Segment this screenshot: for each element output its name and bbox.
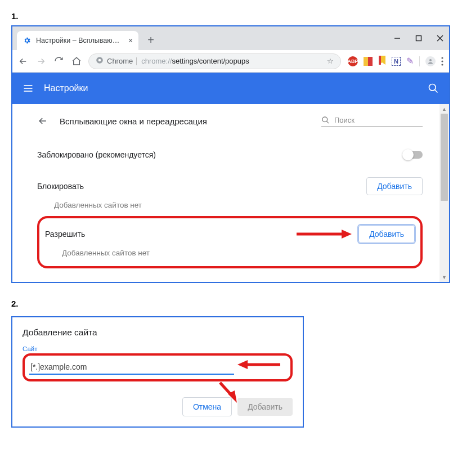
svg-marker-19 xyxy=(342,230,352,239)
home-icon[interactable] xyxy=(71,56,82,66)
scroll-up-icon[interactable]: ▲ xyxy=(439,104,449,114)
svg-line-15 xyxy=(435,90,438,93)
scroll-thumb[interactable] xyxy=(441,114,448,201)
blocked-toggle-row: Заблокировано (рекомендуется) xyxy=(37,141,423,168)
block-add-button[interactable]: Добавить xyxy=(366,177,423,195)
divider xyxy=(136,57,137,65)
dialog-buttons: Отмена Добавить xyxy=(23,397,293,416)
dialog-title: Добавление сайта xyxy=(23,327,293,338)
page-search-input[interactable]: Поиск xyxy=(321,116,423,127)
block-no-sites: Добавленных сайтов нет xyxy=(37,199,423,214)
annotation-arrow-icon xyxy=(295,228,352,240)
bookmark-star-icon[interactable]: ☆ xyxy=(327,57,334,65)
address-secure-label: Chrome xyxy=(107,57,133,65)
highlight-allow-section: Разрешить Добавить Добавленных сайтов не… xyxy=(37,216,423,268)
hamburger-menu-icon[interactable] xyxy=(23,83,34,94)
svg-point-7 xyxy=(429,59,432,61)
back-arrow-icon[interactable] xyxy=(37,115,48,127)
nav-back-icon[interactable] xyxy=(18,56,28,66)
svg-point-14 xyxy=(429,84,436,91)
search-icon xyxy=(321,116,330,124)
svg-point-9 xyxy=(441,60,443,62)
close-window-icon[interactable] xyxy=(437,35,443,42)
address-bar: Chrome chrome://settings/content/popups … xyxy=(12,50,449,73)
page-title: Всплывающие окна и переадресация xyxy=(60,116,207,126)
page-search-placeholder: Поиск xyxy=(334,116,355,124)
gear-icon xyxy=(23,36,32,45)
separator xyxy=(419,56,420,66)
settings-header-title: Настройки xyxy=(44,83,88,93)
svg-marker-21 xyxy=(237,360,248,369)
blocked-toggle[interactable] xyxy=(403,151,423,159)
header-search-icon[interactable] xyxy=(428,83,439,94)
blocked-label: Заблокировано (рекомендуется) xyxy=(37,150,156,159)
extension-n-icon[interactable]: N xyxy=(392,57,401,66)
maximize-icon[interactable] xyxy=(415,35,422,42)
dialog-add-button[interactable]: Добавить xyxy=(237,398,293,416)
tab-title: Настройки – Всплывающие окн xyxy=(36,37,120,44)
allow-section-header: Разрешить Добавить xyxy=(45,222,415,246)
annotation-arrow-icon xyxy=(217,380,239,404)
highlight-site-input xyxy=(23,353,293,381)
chrome-logo-icon xyxy=(96,56,104,66)
site-input[interactable] xyxy=(29,360,234,375)
browser-window: Настройки – Всплывающие окн × + Chrome c… xyxy=(11,25,450,283)
block-section-title: Блокировать xyxy=(37,182,84,191)
address-url: chrome://settings/content/popups xyxy=(141,57,249,65)
dialog-field-label: Сайт xyxy=(23,345,293,352)
svg-line-17 xyxy=(326,121,329,123)
add-site-dialog: Добавление сайта Сайт Отмена Добавить xyxy=(11,316,304,428)
scroll-track[interactable] xyxy=(439,114,449,272)
minimize-icon[interactable] xyxy=(394,35,401,42)
svg-point-5 xyxy=(98,59,101,62)
step-1-label: 1. xyxy=(11,11,451,21)
allow-section-title: Разрешить xyxy=(45,230,85,239)
titlebar: Настройки – Всплывающие окн × + xyxy=(12,26,449,50)
tab-close-icon[interactable]: × xyxy=(128,36,133,45)
svg-point-16 xyxy=(322,116,328,122)
settings-content: Всплывающие окна и переадресация Поиск З… xyxy=(12,104,439,282)
reload-icon[interactable] xyxy=(54,56,64,66)
svg-point-10 xyxy=(441,64,443,65)
nav-forward-icon[interactable] xyxy=(36,56,46,66)
settings-header: Настройки xyxy=(12,73,449,104)
extension-icons: ABP N ✎ xyxy=(348,56,443,67)
browser-tab[interactable]: Настройки – Всплывающие окн × xyxy=(17,31,138,50)
svg-rect-1 xyxy=(416,36,421,41)
svg-rect-6 xyxy=(379,56,381,65)
adblock-icon[interactable]: ABP xyxy=(348,56,358,66)
allow-add-button[interactable]: Добавить xyxy=(358,225,415,243)
svg-point-8 xyxy=(441,57,443,59)
block-section-header: Блокировать Добавить xyxy=(37,168,423,199)
profile-avatar-icon[interactable] xyxy=(425,56,436,66)
step-2-label: 2. xyxy=(11,299,451,308)
new-tab-icon[interactable]: + xyxy=(147,34,154,47)
kebab-menu-icon[interactable] xyxy=(441,57,443,66)
bookmark-ribbon-icon[interactable] xyxy=(378,56,386,67)
allow-no-sites: Добавленных сайтов нет xyxy=(45,246,415,262)
feather-icon[interactable]: ✎ xyxy=(406,56,414,66)
address-input[interactable]: Chrome chrome://settings/content/popups … xyxy=(88,53,341,69)
annotation-arrow-icon xyxy=(236,359,281,372)
extension-color-icon[interactable] xyxy=(364,57,373,66)
scroll-down-icon[interactable]: ▼ xyxy=(439,272,449,282)
scrollbar[interactable]: ▲ ▼ xyxy=(439,104,449,282)
